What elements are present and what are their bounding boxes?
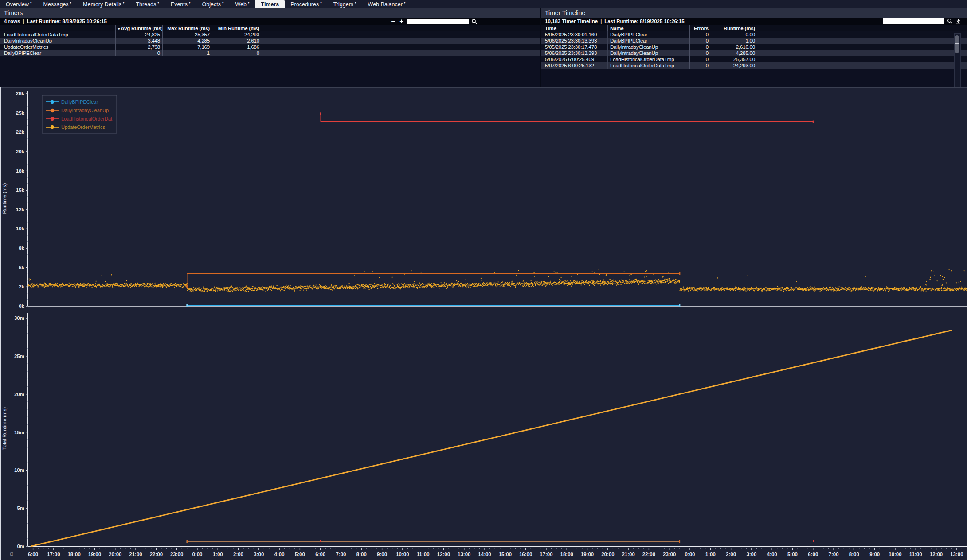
cell-avg: 2,798 bbox=[115, 44, 162, 50]
table-row[interactable]: UpdateOrderMetrics2,7987,1691,686 bbox=[0, 44, 540, 50]
cell-runtime: 25,357.00 bbox=[711, 56, 757, 62]
timer-timeline-panel: Timer Timeline 10,183 Timer Timeline|Las… bbox=[541, 8, 967, 87]
cell-max: 1 bbox=[162, 50, 212, 56]
timeline-scrollbar[interactable] bbox=[954, 33, 961, 88]
timers-last-runtime: Last Runtime: 8/19/2025 10:26:15 bbox=[27, 19, 107, 24]
menu-item-web[interactable]: Web▾ bbox=[229, 0, 255, 8]
table-row[interactable]: DailyIntradayCleanUp3,4484,2852,610 bbox=[0, 38, 540, 44]
cell-avg: 24,825 bbox=[115, 31, 162, 38]
alpha-symbol: α bbox=[10, 550, 13, 557]
svg-text:20k: 20k bbox=[16, 149, 25, 154]
menu-item-overview[interactable]: Overview▾ bbox=[0, 0, 38, 8]
menu-item-procedures[interactable]: Procedures▾ bbox=[285, 0, 327, 8]
zoom-out-button[interactable]: − bbox=[390, 18, 396, 24]
menu-item-label: Threads bbox=[136, 1, 156, 8]
y-axis-label: Runtime (ms) bbox=[2, 183, 7, 214]
menu-item-timers[interactable]: Timers bbox=[255, 0, 285, 8]
table-row[interactable]: 5/05/2025 23:30:17.478DailyIntradayClean… bbox=[541, 44, 967, 50]
x-tick-label: 10:00 bbox=[396, 552, 409, 557]
menu-item-triggers[interactable]: Triggers▾ bbox=[328, 0, 362, 8]
table-row[interactable]: DailyBPIPEClear010 bbox=[0, 50, 540, 56]
svg-text:5m: 5m bbox=[17, 506, 24, 511]
cell-name: DailyIntradayCleanUp bbox=[607, 50, 689, 56]
cell-min: 1,686 bbox=[212, 44, 262, 50]
table-row[interactable]: 5/06/2025 23:30:13.393DailyBPIPEClear01.… bbox=[541, 38, 967, 44]
svg-text:10m: 10m bbox=[14, 467, 24, 473]
table-row[interactable]: LoadHistoricalOrderDataTmp24,82525,35724… bbox=[0, 31, 540, 38]
menu-item-messages[interactable]: Messages▾ bbox=[38, 0, 78, 8]
menu-item-label: Memory Details bbox=[83, 1, 121, 8]
menu-item-label: Objects bbox=[202, 1, 221, 8]
column-header[interactable]: ▾Avg Runtime (ms) bbox=[115, 25, 162, 31]
menu-bar: Overview▾Messages▾Memory Details▾Threads… bbox=[0, 0, 967, 8]
menu-item-objects[interactable]: Objects▾ bbox=[196, 0, 230, 8]
svg-text:15k: 15k bbox=[16, 187, 25, 193]
search-icon[interactable] bbox=[947, 18, 953, 24]
table-row[interactable]: 5/07/2025 6:00:25.132LoadHistoricalOrder… bbox=[541, 62, 967, 69]
menu-item-threads[interactable]: Threads▾ bbox=[130, 0, 164, 8]
table-row[interactable]: 5/05/2025 23:30:01.160DailyBPIPEClear00.… bbox=[541, 31, 967, 38]
x-tick-label: 23:00 bbox=[663, 552, 676, 557]
x-tick-label: 5:00 bbox=[295, 552, 305, 557]
cell-time: 5/05/2025 23:30:17.478 bbox=[541, 44, 607, 50]
zoom-in-button[interactable]: + bbox=[399, 18, 404, 24]
cell-errors: 0 bbox=[689, 38, 711, 44]
x-tick-label: 16:00 bbox=[519, 552, 532, 557]
x-tick-label: 3:00 bbox=[254, 552, 264, 557]
svg-text:15m: 15m bbox=[14, 430, 24, 435]
timer-timeline-table: TimeNameErrorsRuntime (ms)5/05/2025 23:3… bbox=[541, 25, 967, 69]
x-tick-label: 4:00 bbox=[274, 552, 285, 557]
chevron-down-icon: ▾ bbox=[30, 1, 32, 4]
x-tick-label: 4:00 bbox=[767, 552, 777, 557]
legend-label: UpdateOrderMetrics bbox=[61, 124, 106, 130]
timeline-row-count: 10,183 Timer Timeline bbox=[545, 19, 598, 24]
menu-item-label: Triggers bbox=[333, 1, 353, 8]
svg-text:20m: 20m bbox=[14, 392, 24, 397]
header-area: Timers 4 rows|Last Runtime: 8/19/2025 10… bbox=[0, 8, 967, 87]
x-tick-label: 19:00 bbox=[88, 552, 101, 557]
x-tick-label: 18:00 bbox=[560, 552, 573, 557]
cell-time: 5/06/2025 6:00:25.409 bbox=[541, 56, 607, 62]
x-tick-label: 6:00 bbox=[315, 552, 325, 557]
x-tick-label: 1:00 bbox=[213, 552, 223, 557]
x-tick-label: 6:00 bbox=[808, 552, 818, 557]
svg-text:12k: 12k bbox=[16, 207, 25, 212]
x-tick-label: 21:00 bbox=[129, 552, 142, 557]
chevron-down-icon: ▾ bbox=[404, 1, 406, 4]
cell-time: 5/05/2025 23:30:01.160 bbox=[541, 31, 607, 38]
timers-search-input[interactable] bbox=[407, 19, 469, 24]
runtime-scatter-chart[interactable]: 28k25k22k20k18k15k12k10k8k5k2k0kRuntime … bbox=[0, 87, 967, 309]
timeline-search-input[interactable] bbox=[883, 18, 944, 24]
menu-item-web-balancer[interactable]: Web Balancer▾ bbox=[362, 0, 411, 8]
svg-text:10k: 10k bbox=[16, 226, 25, 231]
search-icon[interactable] bbox=[471, 19, 477, 24]
time-axis: 6:0017:0018:0019:0020:0021:0022:0023:000… bbox=[0, 548, 967, 560]
x-tick-label: 6:00 bbox=[28, 552, 38, 557]
cell-name: DailyBPIPEClear bbox=[607, 38, 689, 44]
svg-text:28k: 28k bbox=[16, 91, 25, 96]
chevron-down-icon: ▾ bbox=[222, 1, 224, 4]
table-row[interactable]: 5/06/2025 6:00:25.409LoadHistoricalOrder… bbox=[541, 56, 967, 62]
x-tick-label: 11:00 bbox=[909, 552, 922, 557]
cell-timer-name: UpdateOrderMetrics bbox=[0, 44, 115, 50]
column-header: Max Runtime (ms) bbox=[162, 25, 212, 31]
timeline-scrollbar-thumb[interactable] bbox=[955, 35, 959, 53]
legend-label: LoadHistoricalOrderDat bbox=[61, 116, 112, 121]
download-icon[interactable] bbox=[955, 18, 961, 24]
cell-time: 5/06/2025 23:30:13.393 bbox=[541, 38, 607, 44]
cell-errors: 0 bbox=[689, 50, 711, 56]
cell-errors: 0 bbox=[689, 62, 711, 69]
cell-runtime: 2,610.00 bbox=[711, 44, 757, 50]
timeline-panel-status: 10,183 Timer Timeline|Last Runtime: 8/19… bbox=[541, 18, 967, 25]
total-runtime-line-chart[interactable]: 30m25m20m15m10m5m0mTotal Runtime (ms) bbox=[0, 309, 967, 548]
table-row[interactable]: 5/06/2025 23:30:13.393DailyIntradayClean… bbox=[541, 50, 967, 56]
menu-item-memory-details[interactable]: Memory Details▾ bbox=[77, 0, 130, 8]
menu-item-events[interactable]: Events▾ bbox=[165, 0, 196, 8]
column-header: Errors bbox=[689, 25, 711, 31]
chart-legend[interactable]: DailyBPIPEClearDailyIntradayCleanUpLoadH… bbox=[42, 95, 117, 133]
timers-panel: Timers 4 rows|Last Runtime: 8/19/2025 10… bbox=[0, 8, 540, 87]
x-tick-label: 10:00 bbox=[889, 552, 901, 557]
cell-timer-name: DailyIntradayCleanUp bbox=[0, 38, 115, 44]
chart-left-edge-line bbox=[0, 87, 1, 560]
chevron-down-icon: ▾ bbox=[320, 1, 322, 4]
